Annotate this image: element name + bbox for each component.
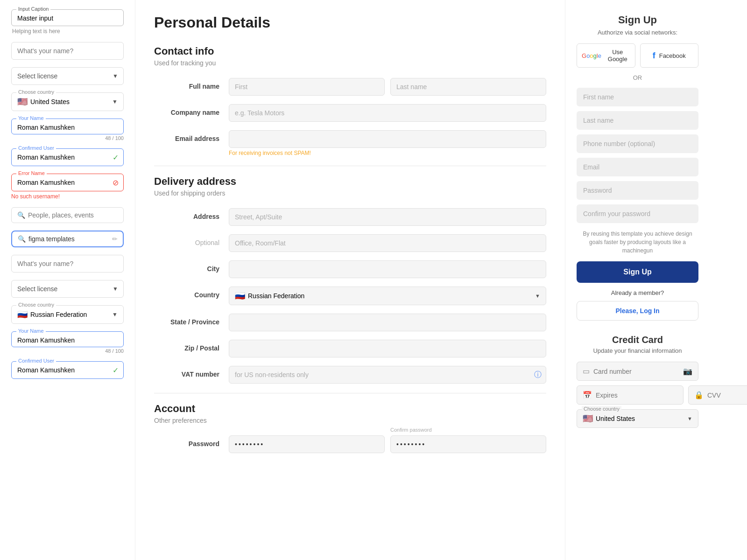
confirmed-user-2-field[interactable] — [17, 366, 106, 374]
country-1-select[interactable]: United States Russia Germany — [30, 98, 112, 105]
input-caption-group: Input Caption Helping text is here — [11, 9, 124, 35]
signup-password[interactable] — [577, 181, 698, 200]
confirm-password-input[interactable] — [390, 435, 546, 453]
password-input[interactable] — [229, 435, 385, 453]
cvv-wrapper: 🔒 — [688, 385, 747, 405]
first-name-field[interactable] — [229, 78, 385, 96]
already-member-text: Already a member? — [577, 289, 698, 296]
vat-field[interactable] — [229, 366, 546, 384]
your-name-1-wrapper: Your Name — [11, 119, 124, 134]
login-link-button[interactable]: Please, Log In — [577, 301, 698, 321]
country-1-chevron: ▼ — [112, 98, 118, 105]
company-field[interactable] — [229, 104, 546, 122]
your-name-2-label: Your Name — [16, 328, 46, 334]
error-msg: No such username! — [11, 193, 124, 200]
signup-phone[interactable] — [577, 134, 698, 153]
select-license-1[interactable]: Select license License A License B — [11, 67, 124, 85]
zip-field[interactable] — [229, 340, 546, 357]
country-2-flag: 🇷🇺 — [17, 309, 28, 320]
country-1-flag: 🇺🇸 — [17, 97, 28, 107]
cvv-field[interactable] — [707, 392, 747, 399]
search-plain-icon: 🔍 — [17, 211, 25, 219]
company-fields — [229, 104, 546, 122]
optional-field[interactable] — [229, 234, 546, 252]
password-inline: Confirm password — [229, 435, 546, 453]
search-active-input[interactable] — [28, 235, 110, 243]
your-name-2-field[interactable] — [17, 336, 118, 344]
facebook-label: Facebook — [659, 52, 686, 59]
state-field[interactable] — [229, 314, 546, 331]
cc-country-select[interactable]: United States Russian Federation Germany — [596, 415, 687, 422]
select-license-2[interactable]: Select license License A License B — [11, 280, 124, 298]
error-name-field[interactable] — [17, 179, 106, 186]
signup-notice: By reusing this template you achieve des… — [577, 230, 698, 255]
plain-input-1-group — [11, 42, 124, 60]
cc-country-flag: 🇺🇸 — [583, 413, 593, 424]
your-name-2-wrapper: Your Name — [11, 331, 124, 347]
search-plain-wrapper: 🔍 — [11, 207, 124, 223]
credit-card-sub: Update your financial information — [577, 347, 698, 354]
country-select-dropdown[interactable]: Russian Federation United States Germany — [248, 292, 540, 300]
divider-1 — [154, 166, 546, 166]
facebook-button[interactable]: f Facebook — [640, 43, 699, 68]
signup-button[interactable]: Sign Up — [577, 261, 698, 283]
input-caption-field[interactable] — [17, 14, 118, 22]
input-caption-label: Input Caption — [16, 6, 50, 12]
signup-firstname[interactable] — [577, 88, 698, 106]
confirmed-check-2: ✓ — [113, 366, 119, 375]
vat-fields: ⓘ — [229, 366, 546, 384]
google-icon: Google — [582, 52, 601, 59]
your-name-1-field[interactable] — [17, 124, 118, 131]
cc-country-wrapper: Choose country 🇺🇸 United States Russian … — [577, 409, 698, 428]
search-plain-input[interactable] — [28, 211, 118, 219]
password-field-wrapper — [229, 435, 385, 453]
last-name-field[interactable] — [390, 78, 546, 96]
country-2-select[interactable]: Russian Federation United States Germany — [30, 311, 112, 318]
social-buttons: Google Use Google f Facebook — [577, 43, 698, 68]
password-label: Password — [154, 435, 229, 448]
plain-input-2[interactable] — [11, 255, 124, 273]
middle-panel: Personal Details Contact info Used for t… — [135, 0, 565, 560]
facebook-icon: f — [653, 51, 655, 61]
email-field[interactable] — [229, 130, 546, 148]
mic-icon[interactable]: ✏ — [112, 235, 118, 243]
company-label: Company name — [154, 104, 229, 116]
signup-confirm-password[interactable] — [577, 204, 698, 223]
error-name-wrapper: Error Name ⊘ — [11, 174, 124, 191]
divider-2 — [154, 393, 546, 393]
google-button[interactable]: Google Use Google — [577, 43, 635, 68]
country-select-flag: 🇷🇺 — [235, 291, 245, 301]
signup-sub: Authorize via social networks: — [577, 29, 698, 36]
char-count-2: 48 / 100 — [11, 348, 124, 354]
select-license-1-group: Select license License A License B ▼ — [11, 67, 124, 85]
email-note: For receiving invoices not SPAM! — [229, 150, 546, 156]
input-caption-wrapper: Input Caption — [11, 9, 124, 26]
city-field[interactable] — [229, 260, 546, 278]
your-name-1-label: Your Name — [16, 115, 46, 121]
country-1-group: Choose country 🇺🇸 United States Russia G… — [11, 92, 124, 111]
plain-input-1[interactable] — [11, 42, 124, 60]
confirmed-user-1-field[interactable] — [17, 154, 106, 161]
confirmed-user-1-wrapper: Confirmed User ✓ — [11, 148, 124, 166]
state-label: State / Province — [154, 314, 229, 326]
search-active-icon: 🔍 — [18, 235, 26, 243]
signup-lastname[interactable] — [577, 111, 698, 130]
city-label: City — [154, 260, 229, 273]
confirmed-user-2-group: Confirmed User ✓ — [11, 361, 124, 379]
cc-expires-cvv-row: 📅 🔒 — [577, 385, 698, 405]
password-row: Password Confirm password — [154, 435, 546, 453]
cc-country-inner: 🇺🇸 United States Russian Federation Germ… — [577, 410, 698, 427]
address-field[interactable] — [229, 208, 546, 226]
card-icon: ▭ — [583, 367, 590, 376]
country-2-inner: 🇷🇺 Russian Federation United States Germ… — [12, 306, 123, 323]
optional-label: Optional — [154, 234, 229, 246]
expires-field[interactable] — [596, 392, 677, 399]
card-number-field[interactable] — [593, 368, 679, 375]
scan-icon[interactable]: 📷 — [683, 367, 692, 376]
email-row: Email address For receiving invoices not… — [154, 130, 546, 156]
char-count-1: 48 / 100 — [11, 135, 124, 141]
your-name-2-group: Your Name 48 / 100 — [11, 331, 124, 354]
city-fields — [229, 260, 546, 278]
vat-info-icon[interactable]: ⓘ — [534, 370, 542, 380]
signup-email[interactable] — [577, 158, 698, 176]
